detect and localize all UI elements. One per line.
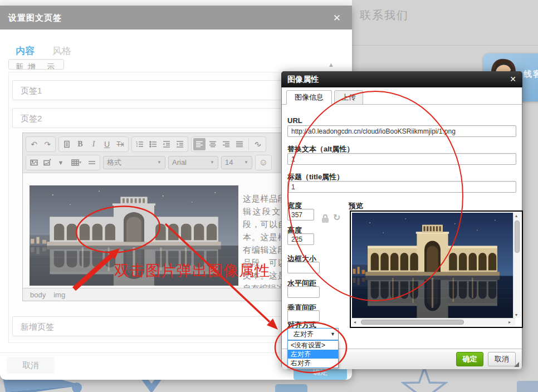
backdrop-divider: [352, 45, 538, 46]
resize-handle[interactable]: [514, 362, 519, 367]
redo-icon[interactable]: ↷: [41, 138, 53, 150]
screen: 联系我们 线客 设置图文页签 ✕ 内容 风格 ▲: [0, 0, 538, 392]
option-align-left[interactable]: 左对齐: [288, 350, 338, 359]
close-icon[interactable]: ✕: [333, 12, 341, 24]
scroll-up-icon[interactable]: ▴: [515, 213, 517, 218]
scroll-right-icon[interactable]: ▸: [508, 320, 511, 325]
scroll-down-icon[interactable]: ▾: [515, 312, 517, 317]
underline-icon[interactable]: U: [101, 138, 113, 150]
tab-upload[interactable]: 上传: [334, 90, 363, 105]
cancel-button[interactable]: 取消: [488, 352, 516, 366]
dialog-header[interactable]: 图像属性 ✕: [281, 71, 522, 87]
align-center-icon[interactable]: [207, 138, 219, 150]
chevron-down-icon: ▼: [157, 160, 162, 165]
chevron-down-icon: ▼: [210, 160, 214, 165]
align-right-icon[interactable]: [220, 138, 232, 150]
vertical-scroll-thumb[interactable]: [515, 220, 520, 253]
preview-image: [352, 213, 513, 318]
alt-input[interactable]: [287, 153, 516, 165]
image-properties-dialog: 图像属性 ✕ 图像信息 上传 URL 替换文本（alt属性） 标题（title属…: [281, 71, 522, 369]
link-icon[interactable]: [252, 138, 264, 150]
online-service-label: 线客: [524, 69, 538, 80]
outdent-icon[interactable]: [160, 138, 173, 150]
source-icon[interactable]: [61, 138, 73, 150]
alignment-dropdown-list: <没有设置> 左对齐 右对齐: [287, 340, 339, 368]
annotation-label: 双击图片弹出图像属性: [114, 261, 270, 281]
format-select[interactable]: 格式▼: [103, 156, 165, 169]
font-select[interactable]: Arial▼: [168, 156, 218, 169]
align-left-icon[interactable]: [193, 138, 206, 150]
preview-vertical-scrollbar[interactable]: ▴ ▾: [513, 213, 521, 318]
scroll-up-icon[interactable]: ▲: [328, 61, 334, 68]
title-attr-input[interactable]: [287, 181, 516, 193]
path-img[interactable]: img: [53, 291, 65, 299]
height-input[interactable]: [287, 233, 314, 245]
alignment-select[interactable]: 左对齐▼: [287, 328, 339, 340]
table-icon[interactable]: ▾: [68, 156, 85, 169]
smiley-icon[interactable]: ☺: [257, 156, 270, 169]
insert-album-icon[interactable]: [41, 156, 53, 169]
indent-icon[interactable]: [174, 138, 186, 150]
remove-format-icon[interactable]: Tx: [114, 138, 126, 150]
bold-icon[interactable]: B: [74, 138, 86, 150]
url-label: URL: [287, 116, 302, 125]
horizontal-rule-icon[interactable]: [86, 156, 98, 169]
justify-icon[interactable]: [233, 138, 246, 150]
ordered-list-icon[interactable]: [134, 138, 146, 150]
preview-label: 预览: [349, 201, 363, 211]
horizontal-scroll-thumb[interactable]: [361, 320, 464, 325]
dialog-title: 图像属性: [287, 71, 319, 87]
tab-content[interactable]: 内容: [16, 45, 35, 57]
download-template-icon[interactable]: ▼: [55, 156, 67, 169]
font-size-select[interactable]: 14▼: [221, 156, 252, 169]
url-input[interactable]: [287, 125, 516, 137]
reset-size-icon[interactable]: ↻: [333, 212, 340, 223]
hspace-input[interactable]: [287, 286, 320, 298]
preview-horizontal-scrollbar[interactable]: ◂ ▸: [352, 318, 515, 326]
lock-ratio-icon[interactable]: [322, 214, 329, 223]
cancel-button[interactable]: 取消: [7, 357, 55, 374]
italic-icon[interactable]: I: [87, 138, 100, 150]
ok-button[interactable]: 确定: [456, 352, 483, 366]
scroll-left-icon[interactable]: ◂: [354, 320, 356, 325]
option-not-set[interactable]: <没有设置>: [288, 341, 338, 350]
insert-image-icon[interactable]: [28, 156, 40, 169]
preview-pane: ▴ ▾ ◂ ▸: [350, 210, 523, 328]
add-item-button-clipped[interactable]: 新增 示: [8, 59, 64, 70]
path-body[interactable]: body: [30, 291, 46, 299]
undo-icon[interactable]: ↶: [28, 138, 40, 150]
close-icon[interactable]: ✕: [510, 75, 516, 84]
backdrop-top-strip: [0, 0, 352, 6]
bullet-list-icon[interactable]: [147, 138, 159, 150]
border-input[interactable]: [287, 262, 320, 273]
dialog-title: 设置图文页签: [8, 6, 62, 30]
chevron-down-icon: ▼: [244, 160, 248, 165]
tab-style[interactable]: 风格: [52, 45, 71, 57]
dialog-header: 设置图文页签 ✕: [0, 6, 352, 30]
tab-image-info[interactable]: 图像信息: [286, 90, 332, 105]
width-input[interactable]: [287, 209, 314, 220]
option-align-right[interactable]: 右对齐: [288, 359, 338, 367]
contact-us-heading: 联系我们: [360, 8, 409, 23]
chevron-down-icon: ▼: [330, 331, 335, 337]
